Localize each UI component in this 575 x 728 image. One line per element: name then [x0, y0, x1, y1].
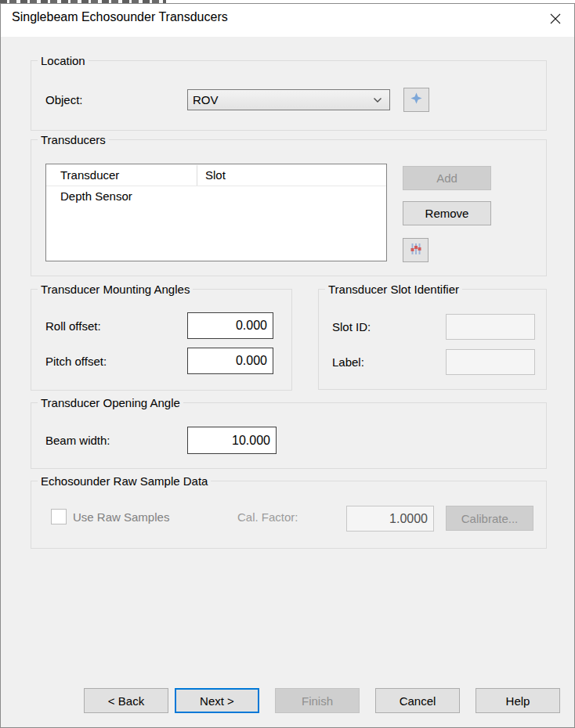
- roll-offset-input[interactable]: [187, 312, 273, 339]
- pitch-offset-label: Pitch offset:: [45, 348, 107, 374]
- mounting-angles-legend: Transducer Mounting Angles: [38, 283, 193, 296]
- singlebeam-echosounder-transducers-dialog: Singlebeam Echosounder Transducers Locat…: [0, 3, 575, 728]
- cal-factor-label: Cal. Factor:: [237, 509, 298, 524]
- back-button[interactable]: < Back: [84, 688, 168, 713]
- beam-width-input[interactable]: [187, 427, 277, 454]
- add-object-button[interactable]: [403, 88, 429, 112]
- next-button[interactable]: Next >: [175, 688, 259, 713]
- transducer-settings-button[interactable]: [403, 238, 429, 262]
- list-row-depth-sensor[interactable]: Depth Sensor: [46, 187, 385, 204]
- use-raw-samples-checkbox: [51, 509, 67, 524]
- cancel-button[interactable]: Cancel: [375, 688, 460, 713]
- column-divider: [197, 165, 197, 186]
- column-header-slot[interactable]: Slot: [205, 168, 226, 182]
- finish-button: Finish: [275, 688, 360, 713]
- window-title: Singlebeam Echosounder Transducers: [12, 10, 228, 24]
- cal-factor-input: [346, 506, 434, 532]
- transducers-legend: Transducers: [38, 133, 109, 146]
- plus-icon: [410, 92, 422, 107]
- help-button[interactable]: Help: [476, 688, 560, 713]
- pitch-offset-input[interactable]: [187, 348, 273, 374]
- sliders-icon: [409, 242, 423, 259]
- header-underline: [46, 186, 386, 186]
- title-bar: Singlebeam Echosounder Transducers: [1, 4, 574, 37]
- mounting-angles-group: Transducer Mounting Angles: [31, 289, 292, 391]
- object-select[interactable]: ROV: [187, 89, 390, 110]
- add-button: Add: [403, 166, 491, 190]
- use-raw-samples-label: Use Raw Samples: [73, 509, 169, 524]
- location-legend: Location: [38, 54, 89, 67]
- beam-width-label: Beam width:: [45, 427, 110, 454]
- close-button[interactable]: [544, 9, 566, 31]
- slot-id-input: [446, 314, 535, 340]
- close-icon: [549, 13, 562, 28]
- remove-button[interactable]: Remove: [403, 201, 491, 225]
- slot-id-label: Slot ID:: [332, 314, 371, 340]
- raw-sample-legend: Echosounder Raw Sample Data: [38, 474, 211, 488]
- column-header-transducer[interactable]: Transducer: [60, 168, 119, 182]
- roll-offset-label: Roll offset:: [45, 312, 101, 339]
- transducers-list[interactable]: Transducer Slot Depth Sensor: [45, 164, 387, 261]
- row-transducer-cell: Depth Sensor: [60, 189, 132, 203]
- object-label: Object:: [45, 89, 83, 110]
- opening-angle-legend: Transducer Opening Angle: [38, 396, 183, 409]
- calibrate-button: Calibrate...: [446, 506, 533, 531]
- chevron-down-icon: [373, 97, 382, 103]
- slot-identifier-legend: Transducer Slot Identifier: [325, 283, 462, 296]
- label-input: [446, 349, 535, 375]
- label-label: Label:: [332, 349, 364, 375]
- object-selected-value: ROV: [188, 93, 373, 106]
